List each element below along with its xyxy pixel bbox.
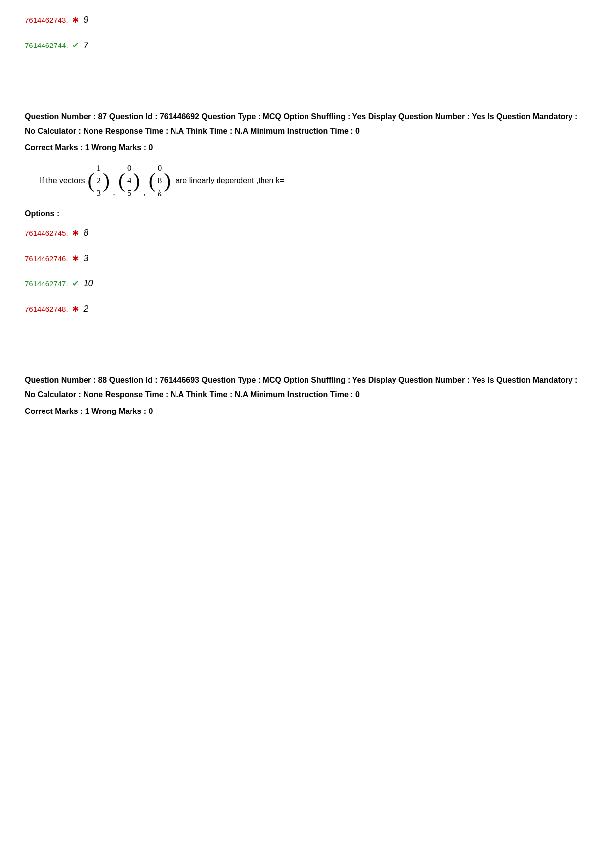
- matrix-2-row-1: 0: [127, 162, 131, 174]
- matrix-3: ( 0 8 k ): [149, 162, 171, 199]
- matrix-2-left-bracket: (: [118, 170, 125, 191]
- prev-option-1-id: 7614462743.: [25, 16, 68, 24]
- matrix-2: ( 0 4 5 ): [118, 162, 140, 199]
- options-label: Options :: [25, 209, 588, 218]
- question-87-body: If the vectors ( 1 2 3 ) , ( 0 4 5 ) , (…: [40, 162, 588, 199]
- prev-option-1: 7614462743. ✱ 9: [25, 15, 588, 25]
- option-87-3-id: 7614462747.: [25, 279, 68, 288]
- question-87-meta: Question Number : 87 Question Id : 76144…: [25, 110, 588, 138]
- question-body-prefix: If the vectors: [40, 176, 85, 185]
- matrix-2-row-3: 5: [127, 187, 131, 199]
- option-87-1-id: 7614462745.: [25, 229, 68, 237]
- prev-option-2: 7614462744. ✔ 7: [25, 40, 588, 50]
- option-87-4: 7614462748. ✱ 2: [25, 304, 588, 314]
- matrix-1: ( 1 2 3 ): [88, 162, 110, 199]
- question-88-marks: Correct Marks : 1 Wrong Marks : 0: [25, 407, 588, 416]
- option-87-2-icon: ✱: [72, 254, 79, 263]
- matrix-2-content: 0 4 5: [127, 162, 131, 199]
- matrix-3-right-bracket: ): [164, 170, 171, 191]
- option-87-1-icon: ✱: [72, 228, 79, 238]
- option-87-3-value: 10: [84, 278, 93, 289]
- option-87-4-id: 7614462748.: [25, 305, 68, 313]
- option-87-4-icon: ✱: [72, 304, 79, 314]
- prev-option-1-icon: ✱: [72, 15, 79, 25]
- option-87-3-icon: ✔: [72, 279, 79, 288]
- matrix-1-right-bracket: ): [103, 170, 110, 191]
- matrix-1-left-bracket: (: [88, 170, 95, 191]
- matrix-1-row-3: 3: [97, 187, 101, 199]
- option-87-1: 7614462745. ✱ 8: [25, 228, 588, 238]
- matrix-3-left-bracket: (: [149, 170, 156, 191]
- option-87-2: 7614462746. ✱ 3: [25, 253, 588, 264]
- question-87-marks: Correct Marks : 1 Wrong Marks : 0: [25, 143, 588, 152]
- matrix-3-content: 0 8 k: [158, 162, 162, 199]
- option-87-2-value: 3: [84, 253, 88, 264]
- prev-option-2-value: 7: [84, 40, 88, 50]
- prev-option-2-id: 7614462744.: [25, 41, 68, 49]
- matrix-3-row-2: 8: [158, 175, 162, 186]
- question-body-suffix: are linearly dependent ,then k=: [175, 176, 284, 185]
- matrix-2-right-bracket: ): [133, 170, 140, 191]
- matrix-3-row-1: 0: [158, 162, 162, 174]
- option-87-1-value: 8: [84, 228, 88, 238]
- matrix-1-content: 1 2 3: [97, 162, 101, 199]
- matrix-1-row-2: 2: [97, 175, 101, 186]
- comma-1: ,: [113, 187, 115, 199]
- comma-2: ,: [143, 187, 146, 199]
- matrix-2-row-2: 4: [127, 175, 131, 186]
- matrix-1-row-1: 1: [97, 162, 101, 174]
- option-87-3: 7614462747. ✔ 10: [25, 278, 588, 289]
- question-88-meta: Question Number : 88 Question Id : 76144…: [25, 373, 588, 402]
- option-87-2-id: 7614462746.: [25, 254, 68, 263]
- option-87-4-value: 2: [84, 304, 88, 314]
- prev-option-1-value: 9: [84, 15, 88, 25]
- matrix-3-row-3: k: [158, 187, 162, 199]
- prev-option-2-icon: ✔: [72, 41, 79, 50]
